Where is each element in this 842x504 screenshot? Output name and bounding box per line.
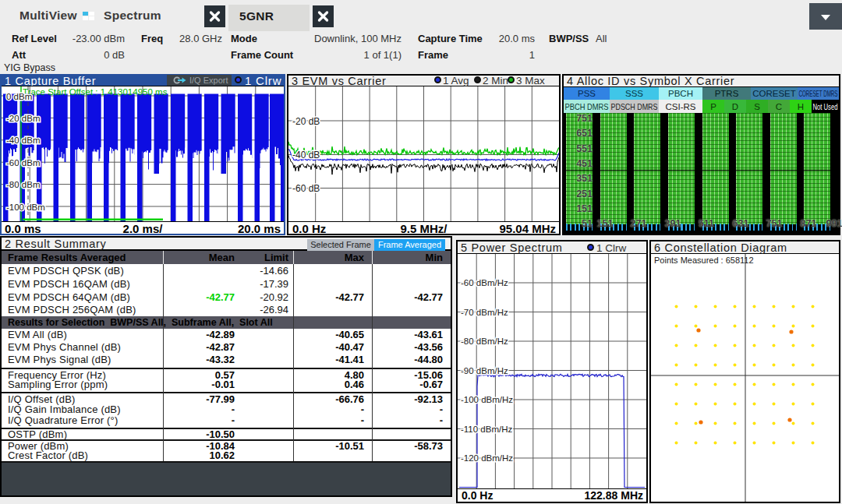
svg-text:PBCH DMRS: PBCH DMRS	[565, 102, 609, 111]
svg-text:-120 dBm/Hz: -120 dBm/Hz	[461, 453, 513, 463]
svg-text:PSS: PSS	[578, 89, 596, 98]
svg-text:Trace Start Offset : 1.4130149: Trace Start Offset : 1.413014950 ms	[23, 87, 168, 97]
svg-text:-80 dBm/Hz: -80 dBm/Hz	[461, 337, 508, 346]
svg-text:-100 dBm/Hz: -100 dBm/Hz	[461, 395, 513, 404]
svg-text:-60 dBm/Hz: -60 dBm/Hz	[461, 278, 508, 287]
svg-text:-60 dBm: -60 dBm	[6, 158, 40, 167]
svg-text:SSS: SSS	[625, 89, 643, 98]
svg-text:0 dBm: 0 dBm	[6, 92, 32, 101]
svg-text:-80 dBm: -80 dBm	[6, 180, 40, 189]
svg-text:D: D	[732, 102, 738, 111]
svg-text:Not Used: Not Used	[813, 102, 838, 111]
svg-text:-20 dBm: -20 dBm	[6, 114, 40, 123]
svg-text:CORESET DMRS: CORESET DMRS	[799, 89, 838, 98]
svg-text:PTRS: PTRS	[715, 89, 739, 98]
svg-text:-40 dBm: -40 dBm	[6, 136, 40, 145]
svg-text:-90 dBm/Hz: -90 dBm/Hz	[461, 366, 508, 375]
svg-text:-60 dB: -60 dB	[292, 183, 320, 194]
svg-text:Points Measured : 658112: Points Measured : 658112	[654, 256, 754, 265]
svg-text:PDSCH DMRS: PDSCH DMRS	[611, 102, 658, 111]
svg-text:S: S	[754, 102, 760, 111]
svg-text:-20 dB: -20 dB	[292, 116, 320, 127]
svg-text:CSI-RS: CSI-RS	[666, 102, 696, 111]
svg-text:-100 dBm: -100 dBm	[6, 203, 45, 212]
svg-text:-70 dBm/Hz: -70 dBm/Hz	[461, 308, 508, 317]
svg-text:-110 dBm/Hz: -110 dBm/Hz	[461, 425, 513, 434]
svg-text:PBCH: PBCH	[668, 89, 693, 98]
svg-text:CORESET: CORESET	[752, 89, 796, 98]
svg-text:P: P	[710, 102, 716, 111]
svg-text:-40 dB: -40 dB	[292, 150, 320, 160]
svg-text:C: C	[776, 102, 782, 111]
svg-text:H: H	[798, 102, 804, 111]
